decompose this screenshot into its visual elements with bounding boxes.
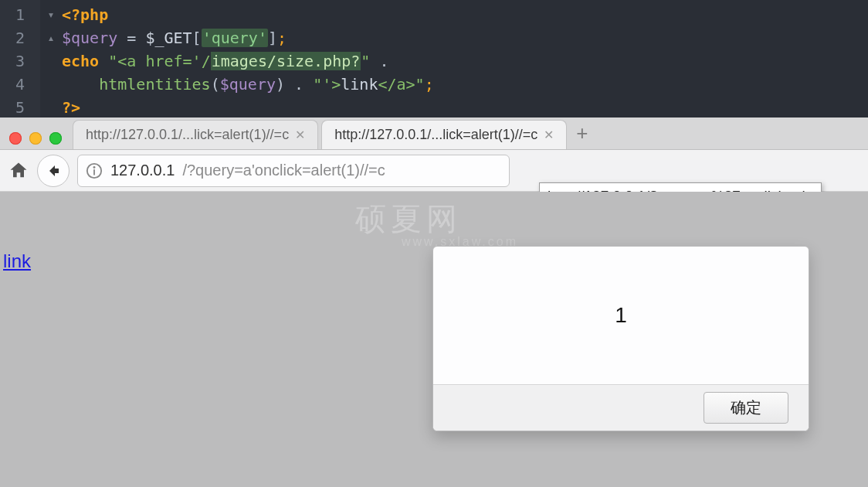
browser-window: http://127.0.0.1/...lick=alert(1)//=c ✕ … [0, 117, 868, 487]
tab-inactive[interactable]: http://127.0.0.1/...lick=alert(1)//=c ✕ [73, 120, 318, 149]
new-tab-button[interactable]: + [567, 121, 597, 145]
zoom-window-button[interactable] [49, 132, 62, 145]
fold-close-icon[interactable]: ▴ [40, 26, 62, 49]
address-host: 127.0.0.1 [110, 162, 175, 179]
alert-message: 1 [433, 247, 809, 384]
gutter: 1 2 3 4 5 [0, 0, 40, 117]
back-button[interactable] [37, 155, 70, 187]
window-controls [5, 132, 70, 149]
line-number: 5 [0, 96, 40, 119]
home-icon[interactable] [8, 160, 29, 182]
close-tab-icon[interactable]: ✕ [295, 128, 305, 142]
page-content: 硕夏网 www.sxlaw.com link 1 确定 [0, 192, 868, 487]
close-window-button[interactable] [9, 132, 22, 145]
close-tab-icon[interactable]: ✕ [544, 128, 554, 142]
svg-point-1 [93, 165, 96, 168]
line-number: 1 [0, 3, 40, 26]
php-close-tag: ?> [62, 98, 80, 117]
line-number: 3 [0, 49, 40, 73]
tab-active[interactable]: http://127.0.0.1/...lick=alert(1)//=c ✕ [321, 120, 567, 149]
line-number: 2 [0, 26, 40, 49]
fold-open-icon[interactable]: ▾ [40, 3, 62, 26]
address-path: /?query=a'onclick=alert(1)//=c [182, 162, 385, 179]
tab-bar: http://127.0.0.1/...lick=alert(1)//=c ✕ … [0, 117, 868, 150]
alert-dialog: 1 确定 [432, 246, 809, 431]
php-open-tag: <?php [62, 5, 108, 24]
address-bar[interactable]: 127.0.0.1/?query=a'onclick=alert(1)//=c [77, 155, 510, 187]
alert-ok-button[interactable]: 确定 [704, 392, 788, 424]
svg-rect-2 [93, 169, 95, 175]
site-info-icon[interactable] [86, 162, 103, 179]
line-number: 4 [0, 73, 40, 96]
watermark: 硕夏网 [355, 198, 462, 240]
code-area[interactable]: <?php $query = $_GET['query']; echo "<a … [62, 0, 434, 117]
code-editor: 1 2 3 4 5 ▾ ▴ <?php $query = $_GET['quer… [0, 0, 868, 117]
alert-footer: 确定 [433, 384, 809, 431]
tab-title: http://127.0.0.1/...lick=alert(1)//=c [334, 127, 537, 143]
fold-gutter: ▾ ▴ [40, 0, 62, 117]
tab-title: http://127.0.0.1/...lick=alert(1)//=c [86, 127, 289, 143]
minimize-window-button[interactable] [29, 132, 42, 145]
page-link[interactable]: link [3, 250, 31, 272]
